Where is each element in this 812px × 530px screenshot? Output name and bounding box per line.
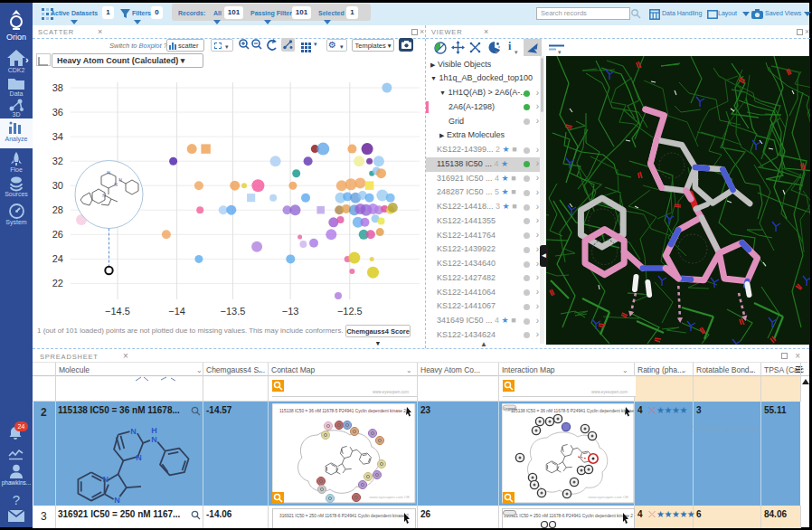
svg-text:www.eyesopen.com: www.eyesopen.com	[591, 390, 628, 394]
svg-text:24: 24	[52, 253, 63, 264]
svg-text:−13: −13	[282, 306, 299, 317]
svg-text:N: N	[118, 177, 122, 183]
svg-text:N: N	[130, 427, 136, 436]
svg-text:N: N	[151, 435, 156, 444]
svg-text:28: 28	[52, 204, 63, 215]
svg-text:H: H	[151, 426, 156, 435]
svg-text:N: N	[102, 475, 108, 484]
svg-text:N: N	[107, 170, 110, 175]
svg-text:www.eyesopen.com OE: www.eyesopen.com OE	[589, 495, 629, 499]
svg-text:−12.5: −12.5	[337, 306, 363, 317]
svg-text:30: 30	[52, 180, 63, 191]
svg-text:−14.5: −14.5	[105, 306, 130, 317]
svg-text:32: 32	[52, 156, 63, 166]
svg-text:34: 34	[52, 131, 63, 142]
svg-text:115138 IC50 = 36 nM 11678-5 P2: 115138 IC50 = 36 nM 11678-5 P24941 Cycli…	[279, 409, 406, 413]
svg-text:N: N	[136, 453, 141, 462]
svg-text:−14: −14	[168, 306, 185, 317]
svg-text:36: 36	[52, 107, 63, 118]
svg-text:−13.5: −13.5	[220, 306, 245, 317]
svg-text:www.eyesopen.com OE: www.eyesopen.com OE	[370, 495, 411, 499]
svg-text:www.eyesopen.com: www.eyesopen.com	[373, 390, 409, 394]
svg-text:22: 22	[52, 278, 63, 289]
svg-text:316921 IC50 = 250 nM 11678-6 P: 316921 IC50 = 250 nM 11678-6 P24941 Cycl…	[279, 514, 409, 518]
svg-text:N: N	[114, 182, 118, 187]
svg-text:316921 IC50 = 250 nM 11678-6 P: 316921 IC50 = 250 nM 11678-6 P24941 Cycl…	[504, 514, 633, 518]
svg-text:N: N	[102, 193, 106, 198]
svg-text:26: 26	[52, 229, 63, 240]
svg-text:N: N	[114, 496, 119, 505]
svg-text:38: 38	[52, 82, 63, 93]
svg-text:115138 IC50 = 36 nM 11678-5 P2: 115138 IC50 = 36 nM 11678-5 P24941 Cycli…	[511, 409, 635, 413]
